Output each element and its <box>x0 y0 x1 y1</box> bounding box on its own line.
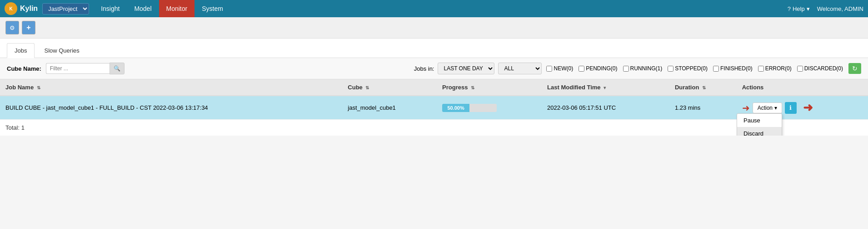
logo-icon: K <box>5 2 17 15</box>
arrow-indicator: ➜ <box>742 102 750 113</box>
tab-jobs[interactable]: Jobs <box>7 43 35 58</box>
app-name: Kylin <box>20 5 38 13</box>
search-button[interactable]: 🔍 <box>110 63 125 74</box>
help-caret: ▾ <box>807 5 810 12</box>
checkbox-error[interactable]: ERROR(0) <box>758 65 792 72</box>
action-discard[interactable]: Discard <box>737 127 782 136</box>
table-row: BUILD CUBE - jast_model_cube1 - FULL_BUI… <box>0 96 868 120</box>
action-pause[interactable]: Pause <box>737 114 782 127</box>
info-button[interactable]: ℹ <box>785 102 797 114</box>
cell-cube: jast_model_cube1 <box>342 96 437 120</box>
sort-progress-icon[interactable]: ⇅ <box>471 85 474 90</box>
actions-cell: ➜ Action ▾ Pause Discard <box>742 101 863 115</box>
checkbox-finished[interactable]: FINISHED(0) <box>713 65 753 72</box>
col-cube: Cube ⇅ <box>342 79 437 96</box>
cell-job-name: BUILD CUBE - jast_model_cube1 - FULL_BUI… <box>0 96 342 120</box>
nav-monitor[interactable]: Monitor <box>159 0 195 17</box>
col-duration: Duration ⇅ <box>669 79 737 96</box>
settings-button[interactable]: ⚙ <box>5 21 19 34</box>
action-button[interactable]: Action ▾ <box>753 102 782 113</box>
sort-modified-icon[interactable]: ▾ <box>604 85 606 90</box>
status-checkboxes: NEW(0) PENDING(0) RUNNING(1) STOPPED(0) … <box>546 63 861 74</box>
help-button[interactable]: ? Help ▾ <box>788 5 810 12</box>
action-dropdown-wrapper: Action ▾ Pause Discard Diagnosis <box>753 102 782 113</box>
table-header-row: Job Name ⇅ Cube ⇅ Progress ⇅ Last Modifi… <box>0 79 868 96</box>
cell-duration: 1.23 mins <box>669 96 737 120</box>
big-red-arrow: ➜ <box>803 101 813 115</box>
checkbox-pending[interactable]: PENDING(0) <box>579 65 617 72</box>
nav-system[interactable]: System <box>195 0 230 17</box>
checkbox-stopped[interactable]: STOPPED(0) <box>668 65 708 72</box>
action-caret-icon: ▾ <box>774 105 777 111</box>
tabs-bar: Jobs Slow Queries <box>0 39 868 58</box>
cube-name-filter-wrapper: 🔍 <box>46 63 125 74</box>
jobs-table: Job Name ⇅ Cube ⇅ Progress ⇅ Last Modifi… <box>0 79 868 120</box>
cell-progress: 50.00% <box>437 96 542 120</box>
checkbox-new[interactable]: NEW(0) <box>546 65 573 72</box>
logo-area: K Kylin <box>5 2 38 15</box>
col-actions: Actions <box>737 79 868 96</box>
cube-name-input[interactable] <box>46 63 110 74</box>
top-navigation: K Kylin JastProject Insight Model Monito… <box>0 0 868 17</box>
tab-slow-queries[interactable]: Slow Queries <box>36 43 87 58</box>
progress-bar: 50.00% <box>442 104 497 112</box>
main-content: Jobs Slow Queries Cube Name: 🔍 Jobs in: … <box>0 39 868 136</box>
sort-cube-icon[interactable]: ⇅ <box>365 85 369 90</box>
jobs-in-label: Jobs in: <box>414 65 434 72</box>
progress-fill: 50.00% <box>442 104 469 112</box>
cell-last-modified: 2022-03-06 05:17:51 UTC <box>542 96 669 120</box>
jobs-table-container: Job Name ⇅ Cube ⇅ Progress ⇅ Last Modifi… <box>0 79 868 120</box>
cube-name-label: Cube Name: <box>7 65 41 72</box>
col-last-modified: Last Modified Time ▾ <box>542 79 669 96</box>
col-job-name: Job Name ⇅ <box>0 79 342 96</box>
refresh-button[interactable]: ↻ <box>848 63 861 74</box>
type-select[interactable]: ALLBUILDMERGEREFRESH <box>498 63 542 74</box>
jobs-in-select[interactable]: LAST ONE DAYLAST WEEKLAST MONTHALL <box>438 63 494 74</box>
checkbox-discarded[interactable]: DISCARDED(0) <box>797 65 843 72</box>
jobs-in-area: Jobs in: LAST ONE DAYLAST WEEKLAST MONTH… <box>414 63 542 74</box>
add-button[interactable]: + <box>22 21 35 34</box>
nav-model[interactable]: Model <box>127 0 159 17</box>
project-selector[interactable]: JastProject <box>42 3 89 15</box>
filter-bar: Cube Name: 🔍 Jobs in: LAST ONE DAYLAST W… <box>0 58 868 79</box>
toolbar: ⚙ + <box>0 17 868 39</box>
col-progress: Progress ⇅ <box>437 79 542 96</box>
sort-job-name-icon[interactable]: ⇅ <box>37 85 40 90</box>
sort-duration-icon[interactable]: ⇅ <box>702 85 706 90</box>
nav-items: Insight Model Monitor System <box>94 0 788 17</box>
nav-insight[interactable]: Insight <box>94 0 127 17</box>
svg-text:K: K <box>9 6 13 11</box>
help-icon: ? <box>788 5 791 12</box>
nav-right: ? Help ▾ Welcome, ADMIN <box>788 5 863 12</box>
checkbox-running[interactable]: RUNNING(1) <box>623 65 663 72</box>
cell-actions: ➜ Action ▾ Pause Discard <box>737 96 868 120</box>
welcome-text: Welcome, ADMIN <box>817 5 863 12</box>
action-dropdown-menu: Pause Discard Diagnosis <box>737 113 782 136</box>
